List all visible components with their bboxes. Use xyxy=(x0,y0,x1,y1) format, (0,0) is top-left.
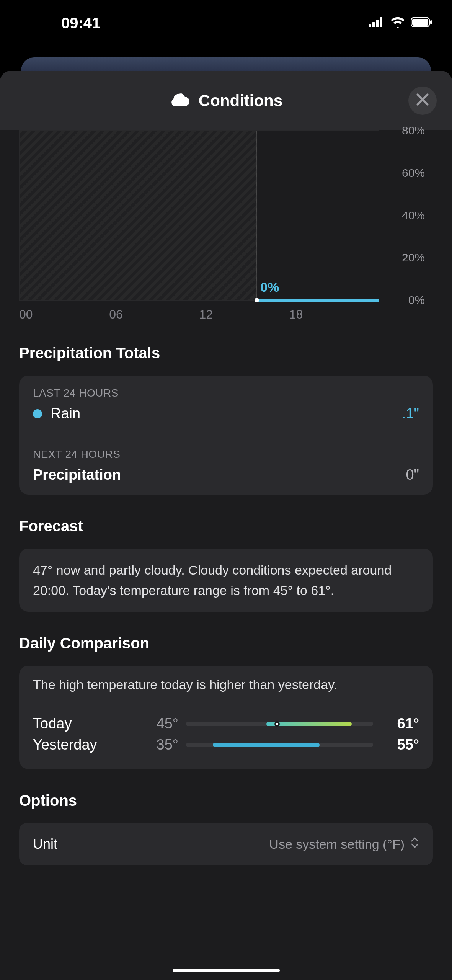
cloud-icon xyxy=(170,92,191,109)
comparison-day-label: Yesterday xyxy=(33,737,132,753)
daily-comparison-card: The high temperature today is higher tha… xyxy=(19,666,433,769)
chart-plot: 80% 60% 40% 20% 0% 0% xyxy=(19,130,379,301)
close-icon xyxy=(416,91,429,110)
section-title: Daily Comparison xyxy=(19,635,433,652)
precipitation-totals-card: LAST 24 HOURS Rain .1" NEXT 24 HOURS Pre… xyxy=(19,376,433,495)
x-tick: 12 xyxy=(199,307,289,322)
home-indicator[interactable] xyxy=(173,969,280,972)
next-precip-name: Precipitation xyxy=(33,467,121,483)
status-icons xyxy=(369,17,433,29)
comparison-day-label: Today xyxy=(33,715,132,732)
cellular-signal-icon xyxy=(369,17,385,29)
divider xyxy=(19,435,433,435)
close-button[interactable] xyxy=(408,87,437,115)
precipitation-chart[interactable]: 80% 60% 40% 20% 0% 0% 00 06 12 18 xyxy=(19,130,433,322)
chart-current-label: 0% xyxy=(260,280,279,295)
rain-value: .1" xyxy=(402,405,419,422)
comparison-low: 35° xyxy=(140,737,178,753)
svg-point-7 xyxy=(178,93,184,99)
comparison-row-today: Today 45° 61° xyxy=(33,715,419,732)
svg-rect-0 xyxy=(369,24,371,27)
forecast-section: Forecast 47° now and partly cloudy. Clou… xyxy=(0,518,452,612)
chart-current-dot xyxy=(255,298,259,302)
rain-dot-icon xyxy=(33,409,42,418)
x-tick: 18 xyxy=(289,307,379,322)
x-axis: 00 06 12 18 xyxy=(19,307,379,322)
selector-updown-icon xyxy=(411,836,419,852)
comparison-low: 45° xyxy=(140,715,178,732)
current-temp-dot xyxy=(274,721,280,727)
sheet-header: Conditions xyxy=(0,71,452,130)
svg-rect-3 xyxy=(380,17,382,27)
unit-label: Unit xyxy=(33,836,57,852)
unit-option-row[interactable]: Unit Use system setting (°F) xyxy=(19,823,433,865)
daily-comparison-section: Daily Comparison The high temperature to… xyxy=(0,635,452,769)
section-title: Forecast xyxy=(19,518,433,535)
precipitation-totals-section: Precipitation Totals LAST 24 HOURS Rain … xyxy=(0,345,452,495)
x-tick: 06 xyxy=(109,307,199,322)
status-time: 09:41 xyxy=(61,15,100,32)
last-24h-label: LAST 24 HOURS xyxy=(33,387,419,399)
section-title: Options xyxy=(19,792,433,809)
temp-range-bar xyxy=(186,722,373,726)
next-precip-row: Precipitation 0" xyxy=(33,467,419,483)
y-tick: 80% xyxy=(402,124,425,137)
forecast-text: 47° now and partly cloudy. Cloudy condit… xyxy=(33,560,419,600)
sheet-title: Conditions xyxy=(199,91,282,110)
comparison-summary: The high temperature today is higher tha… xyxy=(19,677,433,704)
wifi-icon xyxy=(390,17,405,29)
battery-icon xyxy=(411,17,433,29)
next-precip-value: 0" xyxy=(406,467,419,483)
temp-range-bar xyxy=(186,743,373,747)
y-tick: 60% xyxy=(402,167,425,180)
rain-name: Rain xyxy=(51,405,80,422)
next-24h-label: NEXT 24 HOURS xyxy=(33,448,419,461)
temp-range-fill xyxy=(213,743,320,747)
backdrop-card xyxy=(21,57,431,73)
unit-value: Use system setting (°F) xyxy=(269,837,405,852)
section-title: Precipitation Totals xyxy=(19,345,433,362)
options-section: Options Unit Use system setting (°F) xyxy=(0,792,452,865)
comparison-high: 61° xyxy=(381,715,419,732)
rain-row: Rain .1" xyxy=(33,405,419,422)
y-tick: 0% xyxy=(408,294,425,307)
forecast-card: 47° now and partly cloudy. Cloudy condit… xyxy=(19,549,433,612)
svg-rect-6 xyxy=(430,20,432,24)
y-tick: 20% xyxy=(402,251,425,264)
svg-rect-2 xyxy=(376,20,379,27)
status-bar: 09:41 xyxy=(0,0,452,38)
comparison-high: 55° xyxy=(381,737,419,753)
y-tick: 40% xyxy=(402,209,425,222)
svg-rect-1 xyxy=(372,22,375,27)
conditions-sheet: Conditions 80% 60% 40% 20% 0% 0% 00 06 xyxy=(0,71,452,980)
comparison-row-yesterday: Yesterday 35° 55° xyxy=(33,737,419,753)
svg-rect-5 xyxy=(412,19,428,26)
x-tick: 00 xyxy=(19,307,109,322)
chart-current-line xyxy=(257,299,379,302)
